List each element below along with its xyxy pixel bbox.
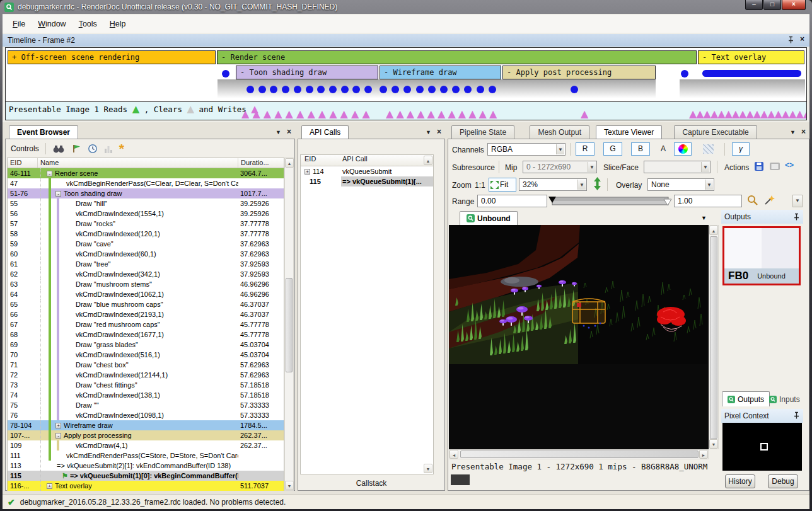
scroll-up-icon[interactable]: ▲ (424, 156, 432, 165)
scrollbar-thumb[interactable] (460, 451, 699, 458)
timeline-section-bar[interactable]: - Render scene (217, 50, 697, 64)
pixel-context-view[interactable] (722, 423, 802, 471)
event-row[interactable]: 46-111-Render scene3064.7... (8, 168, 284, 178)
event-row[interactable]: 57Draw "rocks"37.77778 (8, 219, 284, 229)
event-row[interactable]: 113=> vkQueueSubmit(2)[1]: vkEndCommandB… (8, 461, 284, 471)
channel-r-button[interactable]: R (576, 142, 594, 156)
event-row[interactable]: 60vkCmdDrawIndexed(60,1)37.62963 (8, 249, 284, 259)
minimize-button[interactable]: – (745, 0, 763, 10)
event-table-header[interactable]: EID Name Duratio... (8, 158, 284, 168)
zoom-1to1-button[interactable]: 1:1 (475, 179, 485, 192)
mip-select[interactable]: 0 - 1272x690▼ (523, 161, 597, 173)
scroll-down-icon[interactable]: ▼ (424, 464, 432, 473)
event-row[interactable]: 116-...+Text overlay511.7037 (8, 481, 284, 491)
expand-toggle-icon[interactable]: + (55, 423, 61, 428)
event-row[interactable]: 107-...-Apply post processing262.37... (8, 430, 284, 440)
tab-capture-executable[interactable]: Capture Executable (674, 125, 757, 139)
autofit-wand-icon[interactable] (763, 195, 775, 206)
channel-a-button[interactable]: A (656, 142, 670, 156)
overlay-select[interactable]: None▼ (647, 178, 714, 191)
panel-close-icon[interactable]: × (801, 128, 806, 137)
event-row[interactable]: 66vkCmdDrawIndexed(2193,1)46.37037 (8, 309, 284, 319)
find-icon[interactable] (52, 144, 65, 154)
maximize-button[interactable]: □ (763, 0, 781, 10)
event-row[interactable]: 78-104+Wireframe draw1784.5... (8, 420, 284, 430)
callstack-label[interactable]: Callstack (298, 479, 444, 488)
toolbar-overflow-icon[interactable]: ▼ (792, 195, 803, 207)
tab-mesh-output[interactable]: Mesh Output (530, 125, 589, 139)
timeline-section-bar[interactable]: - Text overlay (698, 50, 804, 64)
title-bar[interactable]: debugmarker.rdc - RenderDoc Unofficial r… (0, 0, 812, 14)
channel-b-button[interactable]: B (631, 142, 650, 156)
range-min-input[interactable]: 0.00 (477, 195, 547, 207)
channels-select[interactable]: RGBA▼ (487, 143, 566, 156)
channel-g-button[interactable]: G (603, 142, 622, 156)
expand-toggle-icon[interactable]: - (55, 433, 61, 439)
timeline-section-bar[interactable]: + Off-screen scene rendering (8, 50, 216, 64)
col-name[interactable]: Name (38, 158, 238, 168)
event-row[interactable]: 61Draw "tree"37.92593 (8, 259, 284, 269)
zoom-fit-button[interactable]: Fit (489, 178, 516, 192)
event-row[interactable]: 56vkCmdDrawIndexed(1554,1)39.25926 (8, 209, 284, 219)
scroll-up-icon[interactable]: ▲ (709, 226, 718, 235)
event-row[interactable]: 62vkCmdDrawIndexed(342,1)37.92593 (8, 269, 284, 279)
timeline-section-bar[interactable]: - Toon shading draw (236, 66, 378, 79)
open-shader-code-icon[interactable]: <> (785, 161, 794, 169)
pin-icon[interactable] (793, 411, 799, 419)
col-eid[interactable]: EID (301, 155, 341, 166)
panel-menu-icon[interactable]: ▼ (790, 128, 796, 137)
scrollbar-thumb[interactable] (710, 236, 717, 439)
colorwheel-button[interactable] (674, 142, 692, 156)
texture-viewport[interactable] (449, 225, 709, 449)
chart-icon[interactable] (104, 144, 113, 154)
texture-list-dropdown-icon[interactable]: ▼ (701, 214, 707, 222)
event-row[interactable]: 111vkCmdEndRenderPass(C=Store, D=Store, … (8, 451, 284, 461)
tab-outputs[interactable]: Outputs (722, 391, 770, 406)
panel-close-icon[interactable]: × (287, 128, 291, 137)
tab-unbound-texture[interactable]: Unbound (460, 211, 518, 225)
event-row[interactable]: 51-76-Toon shading draw1017.7... (8, 188, 284, 198)
tab-inputs[interactable]: Inputs (763, 391, 806, 406)
event-row[interactable]: 67Draw "red mushroom caps"45.77778 (8, 319, 284, 330)
scroll-down-icon[interactable]: ▼ (709, 439, 718, 449)
pin-icon[interactable] (787, 36, 794, 43)
event-row[interactable]: 75Draw ""57.33333 (8, 400, 284, 410)
close-button[interactable]: × (782, 0, 806, 10)
pin-icon[interactable] (793, 213, 799, 221)
close-icon[interactable]: × (800, 35, 804, 43)
event-row[interactable]: 71Draw "chest box"57.62963 (8, 360, 284, 370)
menu-tools[interactable]: Tools (72, 17, 103, 31)
event-scrollbar[interactable]: ▲ ▼ (284, 158, 294, 491)
event-row[interactable]: 72vkCmdDrawIndexed(12144,1)57.62963 (8, 370, 284, 380)
event-row[interactable]: 70vkCmdDrawIndexed(516,1)45.03704 (8, 350, 284, 360)
fb0-thumbnail[interactable]: FB0 Unbound (722, 226, 801, 285)
gamma-button[interactable]: γ (732, 142, 750, 156)
history-button[interactable]: History (725, 474, 755, 488)
checkerboard-button[interactable] (699, 142, 717, 156)
api-row[interactable]: +114 vkQueueSubmit (301, 166, 433, 176)
texture-image[interactable] (449, 225, 707, 364)
panel-menu-icon[interactable]: ▼ (276, 128, 281, 137)
event-row[interactable]: 115⚑=> vkQueueSubmit(1)[0]: vkBeginComma… (8, 471, 284, 481)
scroll-right-icon[interactable]: ► (699, 450, 708, 459)
expand-toggle[interactable]: + (304, 169, 310, 175)
event-row[interactable]: 63Draw "mushroom stems"46.96296 (8, 279, 284, 289)
panel-menu-icon[interactable]: ▼ (426, 128, 431, 137)
expand-toggle-icon[interactable]: - (55, 191, 61, 197)
scroll-down-icon[interactable]: ▼ (285, 481, 294, 490)
timeline-panel[interactable]: + Off-screen scene rendering- Render sce… (5, 47, 807, 101)
range-slider[interactable] (548, 195, 672, 207)
event-row[interactable]: 69Draw "grass blades"45.03704 (8, 340, 284, 350)
event-row[interactable]: 47vkCmdBeginRenderPass(C=Clear, D=Clear,… (8, 178, 284, 188)
event-row[interactable]: 109vkCmdDraw(4,1)262.37... (8, 440, 284, 451)
col-api-call[interactable]: API Call (341, 155, 433, 166)
tab-event-browser[interactable]: Event Browser (9, 125, 78, 139)
col-eid[interactable]: EID (8, 158, 38, 168)
timeline-section-bar[interactable]: - Apply post processing (502, 66, 656, 79)
col-duration[interactable]: Duratio... (238, 158, 284, 168)
scroll-up-icon[interactable]: ▲ (285, 158, 294, 168)
goto-flag-icon[interactable] (71, 144, 81, 154)
save-icon[interactable] (755, 162, 764, 171)
zoom-range-icon[interactable] (747, 195, 758, 206)
viewport-vscrollbar[interactable]: ▲ ▼ (709, 225, 719, 449)
